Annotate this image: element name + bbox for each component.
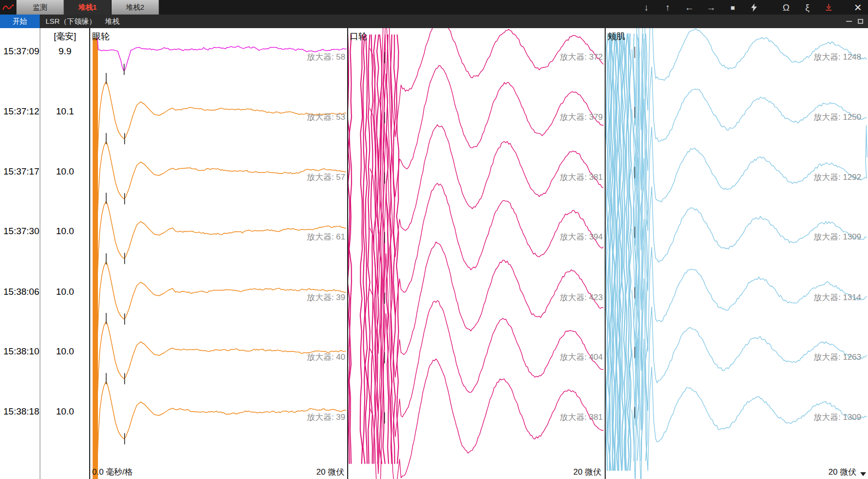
- amplifier-label: 放大器: 40: [307, 351, 345, 363]
- sweep-time: 15:38:18: [3, 406, 39, 417]
- amplifier-label: 放大器: 1248: [814, 51, 861, 63]
- arrow-up-icon[interactable]: ↑: [663, 3, 672, 12]
- maximize-icon[interactable]: [858, 19, 863, 24]
- close-icon[interactable]: ×: [853, 1, 862, 14]
- sweep-time: 15:37:17: [3, 166, 39, 177]
- arrow-right-icon[interactable]: →: [707, 3, 716, 12]
- scroll-down-icon[interactable]: [860, 472, 866, 476]
- app-logo-icon: [0, 0, 16, 15]
- amplifier-label: 放大器: 61: [307, 231, 345, 242]
- stim-current: 10.0: [42, 346, 88, 357]
- export-icon[interactable]: [824, 3, 833, 11]
- sweep-time: 15:37:12: [3, 106, 39, 117]
- amplifier-label: 放大器: 1292: [814, 172, 861, 183]
- amplifier-label: 放大器: 381: [560, 412, 603, 423]
- amplifier-label: 放大器: 1250: [814, 112, 861, 123]
- sweep-time: 15:37:09: [3, 46, 39, 57]
- channel-divider: [605, 28, 606, 479]
- sweep-time: 15:37:30: [3, 226, 39, 237]
- time-scale-label: 0.0 毫秒/格: [92, 466, 133, 478]
- amplifier-label: 放大器: 394: [560, 231, 603, 242]
- title-bar: 监测 堆栈1 堆栈2 ↓ ↑ ← → ■ Ω ξ ×: [0, 0, 868, 15]
- amplifier-label: 放大器: 57: [307, 172, 345, 183]
- stack-title: LSR（下颌缘） 堆栈: [46, 17, 119, 26]
- tab-monitor[interactable]: 监测: [16, 0, 64, 15]
- stim-current: 10.1: [42, 106, 88, 117]
- sweep-time: 15:38:10: [3, 346, 39, 357]
- start-button[interactable]: 开始: [0, 15, 40, 28]
- tab-stack-1[interactable]: 堆栈1: [64, 0, 112, 15]
- stimulation-icon[interactable]: [750, 3, 758, 12]
- column-divider: [40, 28, 40, 479]
- amplifier-label: 放大器: 381: [560, 172, 603, 183]
- amplifier-label: 放大器: 372: [560, 51, 603, 63]
- channel-name-eye: 眼轮: [92, 31, 110, 42]
- amplifier-label: 放大器: 404: [560, 351, 603, 363]
- amplifier-label: 放大器: 39: [307, 292, 345, 303]
- average-icon[interactable]: ξ: [803, 3, 812, 12]
- channel-name-cheek: 颊肌: [608, 31, 625, 42]
- impedance-icon[interactable]: Ω: [782, 3, 790, 12]
- amplifier-label: 放大器: 1309: [814, 412, 861, 423]
- minimize-icon[interactable]: [846, 21, 852, 22]
- channel-divider: [89, 28, 90, 479]
- stack-title-main: LSR（下颌缘）: [46, 17, 96, 26]
- toolbar-icons: ↓ ↑ ← → ■ Ω ξ ×: [642, 0, 862, 15]
- stim-current: 10.0: [42, 406, 88, 417]
- stim-current: 10.0: [42, 287, 88, 297]
- tab-stack-2[interactable]: 堆栈2: [112, 0, 159, 15]
- sub-bar: 开始 LSR（下颌缘） 堆栈: [0, 15, 868, 28]
- voltage-scale-label: 20 微伏: [316, 466, 344, 478]
- stack-title-sub: 堆栈: [105, 17, 119, 26]
- amplifier-label: 放大器: 1309: [814, 231, 861, 242]
- amplifier-label: 放大器: 53: [307, 112, 345, 123]
- current-column-header: [毫安]: [42, 31, 88, 42]
- stim-current: 9.9: [42, 46, 88, 57]
- amplifier-label: 放大器: 1263: [814, 351, 861, 363]
- stop-icon[interactable]: ■: [728, 4, 737, 11]
- amplifier-label: 放大器: 39: [307, 412, 345, 423]
- channel-divider: [347, 28, 348, 479]
- sweep-time: 15:38:06: [3, 287, 39, 297]
- channel-name-mouth: 口轮: [350, 31, 367, 42]
- app-window: 监测 堆栈1 堆栈2 ↓ ↑ ← → ■ Ω ξ × 开始: [0, 0, 868, 479]
- amplifier-label: 放大器: 423: [560, 292, 603, 303]
- workspace-tabs: 监测 堆栈1 堆栈2: [16, 0, 159, 15]
- voltage-scale-label: 20 微伏: [828, 466, 856, 478]
- stim-current: 10.0: [42, 226, 88, 237]
- sweep-area: [毫安] 眼轮 口轮 颊肌 15:37:09 15:37:12 15:37:17…: [0, 28, 868, 479]
- amplifier-label: 放大器: 1314: [814, 292, 861, 303]
- voltage-scale-label: 20 微伏: [573, 466, 601, 478]
- window-controls: [846, 15, 863, 28]
- amplifier-label: 放大器: 379: [560, 112, 603, 123]
- arrow-down-icon[interactable]: ↓: [642, 3, 651, 12]
- stim-current: 10.0: [42, 166, 88, 177]
- arrow-left-icon[interactable]: ←: [685, 3, 694, 12]
- amplifier-label: 放大器: 58: [307, 51, 345, 63]
